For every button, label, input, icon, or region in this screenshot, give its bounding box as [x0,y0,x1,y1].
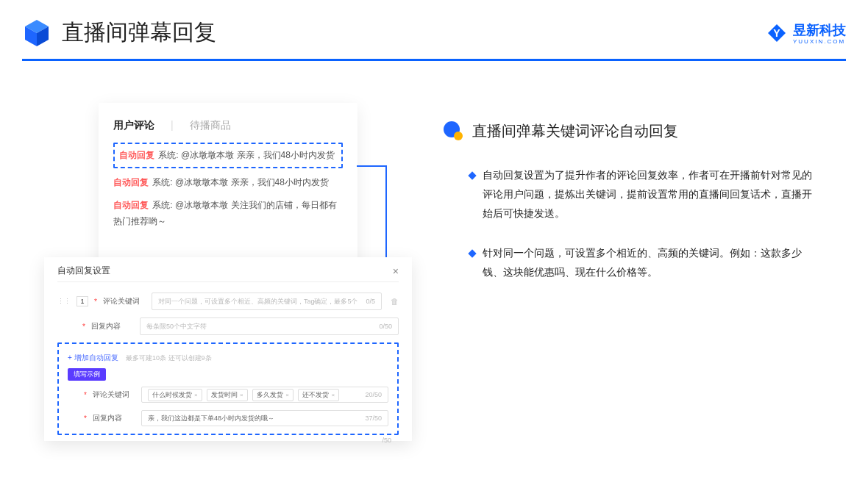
tab-user-comments[interactable]: 用户评论 [113,119,154,132]
example-content-row: * 回复内容 亲，我们这边都是下单48小时内发货的哦～ 37/50 [68,410,388,426]
cube-icon [22,18,51,48]
keyword-row: ⋮⋮ 1 * 评论关键词 对同一个问题，可设置多个相近、高频的关键词，Tag确定… [57,293,399,310]
page-title: 直播间弹幕回复 [62,18,216,48]
example-keyword-row: * 评论关键词 什么时候发货× 发货时间× 多久发货× 还不发货× 20/50 [68,387,388,403]
diamond-icon [468,171,476,179]
chip-remove-icon[interactable]: × [285,392,289,398]
settings-title: 自动回复设置 [57,265,110,277]
drag-handle-icon[interactable]: ⋮⋮ [57,298,71,305]
required-mark: * [82,323,85,331]
tab-products[interactable]: 待播商品 [190,119,231,132]
tag-chip[interactable]: 发货时间× [207,389,248,401]
add-hint: 最多可建10条 还可以创建9条 [126,354,212,362]
example-block: + 增加自动回复 最多可建10条 还可以创建9条 填写示例 * 评论关键词 什么… [57,342,399,435]
tag-chip[interactable]: 多久发货× [252,389,294,401]
settings-header: 自动回复设置 × [57,265,399,282]
right-pane: 直播间弹幕关键词评论自动回复 自动回复设置为了提升作者的评论回复效率，作者可在开… [443,121,833,302]
required-mark: * [84,391,87,399]
page-header: 直播间弹幕回复 Y 昱新科技 YUUXIN.COM [22,18,846,48]
speech-bubble-icon [443,121,463,141]
example-content-text: 亲，我们这边都是下单48小时内发货的哦～ [148,414,274,423]
tab-divider: | [171,119,174,132]
keyword-input[interactable]: 对同一个问题，可设置多个相近、高频的关键词，Tag确定，最多5个 0/5 [152,293,382,310]
keyword-placeholder: 对同一个问题，可设置多个相近、高频的关键词，Tag确定，最多5个 [158,297,358,306]
required-mark: * [84,415,87,423]
header-rule [22,59,846,61]
keyword-label: 评论关键词 [103,296,146,306]
example-content-input[interactable]: 亲，我们这边都是下单48小时内发货的哦～ 37/50 [141,410,388,426]
bullet-item: 自动回复设置为了提升作者的评论回复效率，作者可在开播前针对常见的评论用户问题，提… [443,166,833,223]
required-mark: * [94,298,97,306]
comment-row: 自动回复 系统: @冰墩墩本墩 关注我们的店铺，每日都有热门推荐哟～ [113,197,343,231]
auto-reply-tag: 自动回复 [113,177,149,187]
comment-row: 自动回复 系统: @冰墩墩本墩 亲亲，我们48小时内发货 [119,147,337,164]
content-count: 0/50 [379,323,392,330]
example-kw-count: 20/50 [365,391,382,398]
example-content-count: 37/50 [365,415,382,422]
tag-chip[interactable]: 什么时候发货× [148,389,202,401]
bullet-text: 针对同一个问题，可设置多个相近的、高频的关键词。例如：这款多少钱、这块能优惠吗、… [483,244,821,282]
comment-text: 系统: @冰墩墩本墩 亲亲，我们48小时内发货 [152,177,329,187]
comment-text: 系统: @冰墩墩本墩 亲亲，我们48小时内发货 [158,150,335,160]
tabs: 用户评论 | 待播商品 [113,119,343,132]
keyword-label: 评论关键词 [93,390,135,400]
brand-icon: Y [766,23,787,43]
content-label: 回复内容 [91,321,134,331]
example-badge: 填写示例 [68,368,106,381]
chip-remove-icon[interactable]: × [331,392,335,398]
diamond-icon [468,249,476,257]
title-wrap: 直播间弹幕回复 [22,18,216,48]
svg-text:Y: Y [773,27,780,39]
content-label: 回复内容 [93,413,135,423]
comment-row: 自动回复 系统: @冰墩墩本墩 亲亲，我们48小时内发货 [113,174,343,191]
chip-remove-icon[interactable]: × [194,392,198,398]
chip-remove-icon[interactable]: × [240,392,243,398]
content-input[interactable]: 每条限50个中文字符 0/50 [140,317,399,335]
auto-reply-tag: 自动回复 [119,150,154,160]
example-keyword-input[interactable]: 什么时候发货× 发货时间× 多久发货× 还不发货× 20/50 [141,387,388,403]
keyword-count: 0/5 [366,298,375,305]
bullet-text: 自动回复设置为了提升作者的评论回复效率，作者可在开播前针对常见的评论用户问题，提… [483,166,821,223]
tag-chip[interactable]: 还不发货× [298,389,339,401]
rule-index: 1 [77,296,88,306]
content-placeholder: 每条限50个中文字符 [146,322,207,331]
highlighted-comment: 自动回复 系统: @冰墩墩本墩 亲亲，我们48小时内发货 [113,143,343,168]
svg-point-6 [454,132,463,140]
tag-list: 什么时候发货× 发货时间× 多久发货× 还不发货× [148,389,342,401]
brand-logo: Y 昱新科技 YUUXIN.COM [766,21,846,45]
feature-title-row: 直播间弹幕关键词评论自动回复 [443,121,833,141]
auto-reply-tag: 自动回复 [113,200,149,210]
add-auto-reply-link[interactable]: + 增加自动回复 [68,354,118,362]
brand-sub: YUUXIN.COM [793,39,846,45]
feature-title: 直播间弹幕关键词评论自动回复 [472,121,678,141]
content-row: * 回复内容 每条限50个中文字符 0/50 [57,317,399,335]
close-icon[interactable]: × [393,265,399,277]
delete-icon[interactable]: 🗑 [391,297,399,306]
brand-name: 昱新科技 [793,23,846,37]
settings-card: 自动回复设置 × ⋮⋮ 1 * 评论关键词 对同一个问题，可设置多个相近、高频的… [44,257,412,441]
outer-count: /50 [57,437,399,444]
bullet-item: 针对同一个问题，可设置多个相近的、高频的关键词。例如：这款多少钱、这块能优惠吗、… [443,244,833,282]
